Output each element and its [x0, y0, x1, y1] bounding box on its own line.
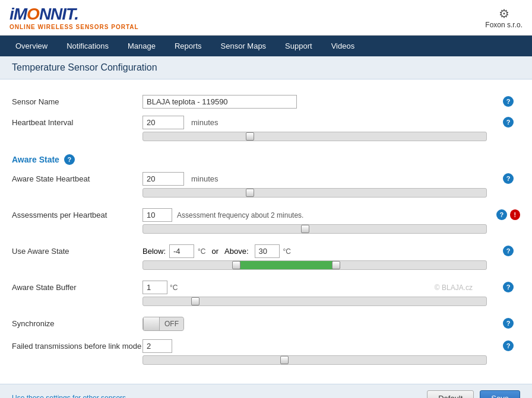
- range-row: Below: °C or Above: °C: [142, 244, 496, 258]
- aware-heartbeat-label: Aware State Heartbeat: [12, 172, 142, 183]
- failed-tx-help-icon[interactable]: ?: [503, 340, 514, 351]
- user-area: ⚙ Foxon s.r.o.: [485, 7, 522, 29]
- synchronize-toggle[interactable]: OFF: [142, 317, 184, 331]
- failed-tx-input[interactable]: [142, 339, 172, 353]
- heartbeat-help: ?: [496, 116, 520, 128]
- assessments-control: Assessment frequency about 2 minutes.: [142, 208, 496, 237]
- nav-notifications[interactable]: Notifications: [57, 36, 118, 56]
- aware-heartbeat-slider-track[interactable]: [142, 188, 487, 198]
- nav-overview[interactable]: Overview: [6, 36, 57, 56]
- heartbeat-label: Heartbeat Interval: [12, 116, 142, 127]
- use-aware-row: Use Aware State Below: °C or Above: °C ?: [12, 241, 520, 277]
- sensor-name-label: Sensor Name: [12, 95, 142, 106]
- below-input[interactable]: [169, 244, 194, 258]
- below-label: Below:: [142, 247, 166, 256]
- aware-heartbeat-unit: minutes: [191, 174, 218, 183]
- failed-tx-control: [142, 339, 496, 368]
- aware-buffer-help-icon[interactable]: ?: [503, 282, 514, 292]
- use-aware-control: Below: °C or Above: °C: [142, 244, 496, 273]
- above-deg: °C: [283, 247, 291, 256]
- gear-icon[interactable]: ⚙: [499, 7, 509, 21]
- aware-slider-thumb-left[interactable]: [232, 261, 240, 269]
- aware-buffer-row: Aware State Buffer °C © BLAJA.cz ?: [12, 277, 520, 313]
- aware-heartbeat-row: Aware State Heartbeat minutes ?: [12, 168, 520, 205]
- assessments-slider-track[interactable]: [142, 224, 487, 234]
- aware-buffer-input[interactable]: [142, 281, 167, 294]
- synchronize-label: Synchronize: [12, 317, 142, 328]
- aware-buffer-help: ?: [496, 281, 520, 292]
- heartbeat-unit: minutes: [191, 118, 218, 127]
- aware-heartbeat-input[interactable]: [142, 172, 184, 186]
- above-input[interactable]: [255, 244, 280, 258]
- use-settings-link[interactable]: Use these settings for other sensors: [12, 393, 126, 398]
- nav-sensor-maps[interactable]: Sensor Maps: [211, 36, 276, 56]
- failed-tx-slider-thumb[interactable]: [280, 356, 289, 364]
- assessments-slider-thumb[interactable]: [301, 225, 309, 233]
- aware-range-slider-track[interactable]: [142, 260, 487, 270]
- aware-heartbeat-help-icon[interactable]: ?: [503, 173, 514, 184]
- assessments-help: ? !: [496, 208, 520, 220]
- heartbeat-row: Heartbeat Interval minutes ?: [12, 112, 520, 148]
- assessments-input[interactable]: [142, 208, 172, 222]
- failed-tx-help: ?: [496, 339, 520, 351]
- nav-bar: Overview Notifications Manage Reports Se…: [0, 36, 532, 56]
- assessments-row: Assessments per Heartbeat Assessment fre…: [12, 205, 520, 241]
- logo: iMONNIT.: [10, 5, 139, 24]
- synchronize-help-icon[interactable]: ?: [503, 318, 514, 329]
- default-button[interactable]: Default: [427, 390, 474, 398]
- user-name: Foxon s.r.o.: [485, 21, 522, 29]
- heartbeat-control: minutes: [142, 116, 496, 145]
- sensor-name-input[interactable]: [142, 95, 297, 109]
- aware-buffer-label: Aware State Buffer: [12, 281, 142, 292]
- sensor-name-help: ?: [496, 95, 520, 107]
- synchronize-control: OFF: [142, 317, 496, 332]
- synchronize-row: Synchronize OFF ?: [12, 313, 520, 336]
- aware-buffer-slider-thumb[interactable]: [191, 297, 200, 305]
- synchronize-help: ?: [496, 317, 520, 329]
- assessments-note: Assessment frequency about 2 minutes.: [177, 211, 303, 219]
- page-title: Temperature Sensor Configuration: [12, 62, 520, 73]
- sensor-name-control: [142, 95, 496, 109]
- aware-range-fill: [239, 261, 335, 269]
- heartbeat-input[interactable]: [142, 116, 184, 129]
- assessments-help-icon[interactable]: ?: [496, 209, 507, 220]
- below-deg: °C: [198, 247, 205, 256]
- above-label: Above:: [224, 247, 248, 256]
- heartbeat-slider-track[interactable]: [142, 132, 487, 141]
- heartbeat-slider-thumb[interactable]: [246, 132, 254, 141]
- save-button[interactable]: Save: [480, 390, 520, 398]
- nav-support[interactable]: Support: [276, 36, 322, 56]
- aware-buffer-slider-track[interactable]: [142, 297, 487, 306]
- nav-manage[interactable]: Manage: [118, 36, 165, 56]
- failed-tx-slider-track[interactable]: [142, 355, 487, 365]
- aware-state-title: Aware State: [12, 155, 59, 164]
- failed-tx-slider-row: [142, 353, 496, 368]
- aware-heartbeat-control: minutes: [142, 172, 496, 201]
- assessments-label: Assessments per Heartbeat: [12, 208, 142, 219]
- content-area: Sensor Name ? Heartbeat Interval minutes…: [0, 79, 532, 384]
- aware-slider-thumb-right[interactable]: [332, 261, 340, 269]
- heartbeat-slider-row: [142, 129, 496, 145]
- footer-link-area: Use these settings for other sensors: [12, 393, 126, 398]
- use-aware-help-icon[interactable]: ?: [503, 246, 514, 256]
- logo-area: iMONNIT. ONLINE WIRELESS SENSORS PORTAL: [10, 5, 139, 30]
- nav-videos[interactable]: Videos: [322, 36, 365, 56]
- watermark: © BLAJA.cz: [435, 281, 473, 294]
- toggle-off-label: OFF: [160, 318, 183, 330]
- failed-tx-label: Failed transmissions before link mode: [12, 339, 142, 351]
- page-title-bar: Temperature Sensor Configuration: [0, 56, 532, 79]
- sensor-name-help-icon[interactable]: ?: [503, 96, 514, 107]
- nav-reports[interactable]: Reports: [165, 36, 211, 56]
- aware-range-slider-row: [142, 258, 496, 273]
- use-aware-help: ?: [496, 244, 520, 256]
- aware-state-header: Aware State ?: [12, 148, 520, 168]
- aware-buffer-unit: °C: [170, 284, 178, 292]
- aware-heartbeat-slider-thumb[interactable]: [246, 189, 254, 197]
- footer: Use these settings for other sensors Def…: [0, 384, 532, 398]
- sensor-name-row: Sensor Name ?: [12, 91, 520, 112]
- heartbeat-help-icon[interactable]: ?: [503, 117, 514, 128]
- aware-buffer-control: °C © BLAJA.cz: [142, 281, 496, 310]
- assessments-slider-row: [142, 222, 496, 237]
- aware-state-help-icon[interactable]: ?: [64, 154, 75, 165]
- failed-tx-row: Failed transmissions before link mode ?: [12, 336, 520, 372]
